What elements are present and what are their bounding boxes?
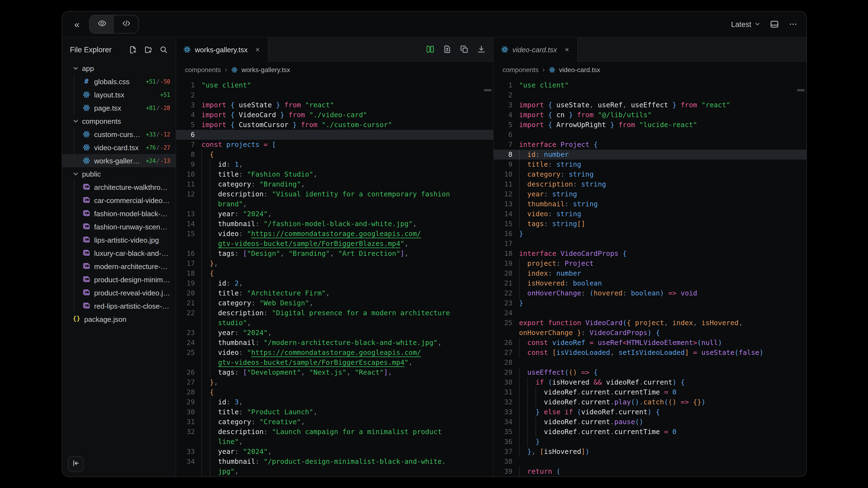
code-row[interactable]: 7interface Project { bbox=[494, 140, 806, 150]
code-row[interactable]: 34thumbnail: "/product-design-minimalist… bbox=[176, 457, 493, 466]
split-diff-icon[interactable] bbox=[426, 45, 434, 53]
code-row[interactable]: 26tags: ["Development", "Next.js", "Reac… bbox=[176, 367, 493, 378]
code-row[interactable]: 14video: string bbox=[494, 209, 806, 219]
code-row[interactable]: 20title: "Architecture Firm", bbox=[176, 288, 493, 298]
sidebar-folder-app[interactable]: app bbox=[62, 62, 176, 75]
file-diff-icon[interactable] bbox=[443, 45, 451, 53]
close-icon[interactable]: ✕ bbox=[564, 45, 570, 54]
code-editor-works-gallery[interactable]: 1"use client"23import { useState } from … bbox=[176, 77, 493, 477]
breadcrumb-file[interactable]: video-card.tsx bbox=[559, 66, 600, 73]
code-row[interactable]: 8{ bbox=[176, 150, 493, 160]
code-row[interactable]: 1"use client" bbox=[176, 80, 493, 90]
code-row[interactable]: 27const [isVideoLoaded, setIsVideoLoaded… bbox=[494, 348, 806, 358]
code-row[interactable]: 22onHoverChange: (hovered: boolean) => v… bbox=[494, 288, 806, 298]
code-row[interactable]: 24thumbnail: "/modern-architecture-black… bbox=[176, 338, 493, 348]
version-dropdown[interactable]: Latest bbox=[731, 20, 760, 28]
code-row[interactable]: 29id: 3, bbox=[176, 397, 493, 407]
collapse-sidebar-button[interactable] bbox=[68, 456, 84, 472]
sidebar-file-red-lips-artistic-close-[interactable]: red-lips-artistic-close-… bbox=[62, 299, 176, 313]
code-row[interactable]: 21category: "Web Design", bbox=[176, 298, 493, 308]
sidebar-file-product-reveal-video.j-[interactable]: product-reveal-video.j… bbox=[62, 286, 176, 299]
code-row[interactable]: 35videoRef.current.currentTime = 0 bbox=[494, 427, 806, 437]
code-row[interactable]: 16tags: ["Design", "Branding", "Art Dire… bbox=[176, 249, 493, 259]
code-row[interactable]: 9title: string bbox=[494, 160, 806, 169]
code-row[interactable]: 37}, [isHovered]) bbox=[494, 447, 806, 457]
sidebar-file-car-commercial-video-[interactable]: car-commercial-video… bbox=[62, 194, 176, 207]
code-row[interactable]: 33} else if (videoRef.current) { bbox=[494, 407, 806, 417]
sidebar-file-modern-architecture-[interactable]: modern-architecture-… bbox=[62, 260, 176, 273]
sidebar-file-lips-artistic-video.jpg[interactable]: lips-artistic-video.jpg bbox=[62, 233, 176, 247]
code-row[interactable]: gtv-videos-bucket/sample/ForBiggerBlazes… bbox=[176, 239, 493, 249]
code-row[interactable]: 5import { CustomCursor } from "./custom-… bbox=[176, 120, 493, 130]
code-row[interactable]: 10title: "Fashion Studio", bbox=[176, 169, 493, 180]
new-file-icon[interactable] bbox=[129, 45, 137, 54]
code-row[interactable]: jpg", bbox=[176, 466, 493, 477]
code-row[interactable]: 4import { VideoCard } from "./video-card… bbox=[176, 110, 493, 120]
panel-bottom-icon[interactable] bbox=[770, 20, 779, 29]
code-row[interactable]: 14thumbnail: "/fashion-model-black-and-w… bbox=[176, 219, 493, 229]
sidebar-file-fashion-model-black-[interactable]: fashion-model-black-… bbox=[62, 207, 176, 220]
code-row[interactable]: 2 bbox=[176, 90, 493, 100]
code-row[interactable]: 31category: "Creative", bbox=[176, 417, 493, 427]
code-row[interactable]: 25video: "https://commondatastorage.goog… bbox=[176, 348, 493, 358]
code-row[interactable]: brand", bbox=[176, 199, 493, 209]
sidebar-file-fashion-runway-scen-[interactable]: fashion-runway-scen… bbox=[62, 220, 176, 233]
ellipsis-menu-icon[interactable] bbox=[789, 20, 798, 29]
code-row[interactable]: 11description: string bbox=[494, 180, 806, 189]
code-row[interactable]: 3import { useState } from "react" bbox=[176, 100, 493, 110]
code-row[interactable]: 1"use client" bbox=[494, 80, 806, 90]
code-row[interactable]: 13year: "2024", bbox=[176, 209, 493, 219]
scrollbar-thumb[interactable] bbox=[484, 89, 492, 91]
code-row[interactable]: 39return ( bbox=[494, 466, 806, 477]
code-row[interactable]: 30if (isHovered && videoRef.current) { bbox=[494, 378, 806, 387]
code-row[interactable]: 2 bbox=[494, 90, 806, 100]
code-row[interactable]: 34videoRef.current.pause() bbox=[494, 417, 806, 427]
collapse-panel-button[interactable]: « bbox=[71, 17, 83, 31]
code-row[interactable]: 38 bbox=[494, 457, 806, 466]
code-row[interactable]: 28{ bbox=[176, 387, 493, 397]
code-row[interactable]: studio", bbox=[176, 318, 493, 328]
code-row[interactable]: 33year: "2024", bbox=[176, 447, 493, 457]
sidebar-file-custom-curs-[interactable]: custom-curs…+33/-12 bbox=[62, 128, 176, 141]
code-row[interactable]: 5import { ArrowUpRight } from "lucide-re… bbox=[494, 120, 806, 130]
code-row[interactable]: 32description: "Launch campaign for a mi… bbox=[176, 427, 493, 437]
code-row[interactable]: 22description: "Digital presence for a m… bbox=[176, 308, 493, 318]
code-row[interactable]: 36} bbox=[494, 437, 806, 447]
code-row[interactable]: 3import { useState, useRef, useEffect } … bbox=[494, 100, 806, 110]
code-row[interactable]: 23year: "2024", bbox=[176, 328, 493, 338]
breadcrumb-folder[interactable]: components bbox=[185, 66, 221, 73]
code-row[interactable]: 19project: Project bbox=[494, 259, 806, 268]
code-row[interactable]: 17}, bbox=[176, 259, 493, 268]
code-row[interactable]: gtv-videos-bucket/sample/ForBiggerEscape… bbox=[176, 358, 493, 367]
scrollbar-thumb[interactable] bbox=[797, 89, 805, 91]
code-row[interactable]: 30title: "Product Launch", bbox=[176, 407, 493, 417]
code-row[interactable]: 18{ bbox=[176, 268, 493, 279]
code-row[interactable]: 27}, bbox=[176, 378, 493, 387]
code-row[interactable]: 26const videoRef = useRef<HTMLVideoEleme… bbox=[494, 338, 806, 348]
code-row[interactable]: 31videoRef.current.currentTime = 0 bbox=[494, 387, 806, 397]
code-row[interactable]: 13thumbnail: string bbox=[494, 199, 806, 209]
code-row[interactable]: line", bbox=[176, 437, 493, 447]
tab-works-gallery[interactable]: works-gallery.tsx ✕ bbox=[176, 37, 268, 62]
code-row[interactable]: 29useEffect(() => { bbox=[494, 367, 806, 378]
sidebar-file-page.tsx[interactable]: page.tsx+81/-28 bbox=[62, 101, 176, 115]
sidebar-file-product-design-minim-[interactable]: product-design-minim… bbox=[62, 273, 176, 286]
sidebar-file-video-card.tsx[interactable]: video-card.tsx+76/-27 bbox=[62, 141, 176, 154]
sidebar-folder-public[interactable]: public bbox=[62, 167, 176, 181]
code-row[interactable]: 9id: 1, bbox=[176, 160, 493, 169]
code-row[interactable]: 16} bbox=[494, 229, 806, 239]
code-row[interactable]: onHoverChange }: VideoCardProps) { bbox=[494, 328, 806, 338]
sidebar-file-globals.css[interactable]: #globals.css+51/-50 bbox=[62, 75, 176, 88]
code-row[interactable]: 4import { cn } from "@/lib/utils" bbox=[494, 110, 806, 120]
close-icon[interactable]: ✕ bbox=[254, 45, 261, 54]
code-row[interactable]: 6 bbox=[494, 130, 806, 140]
code-row[interactable]: 25export function VideoCard({ project, i… bbox=[494, 318, 806, 328]
download-icon[interactable] bbox=[477, 45, 486, 53]
sidebar-file-layout.tsx[interactable]: layout.tsx+51 bbox=[62, 88, 176, 101]
code-toggle-button[interactable] bbox=[114, 15, 138, 33]
code-row[interactable]: 11category: "Branding", bbox=[176, 180, 493, 189]
code-row[interactable]: 28 bbox=[494, 358, 806, 367]
sidebar-file-works-galler-[interactable]: works-galler…+24/-13 bbox=[62, 154, 176, 167]
code-row[interactable]: 19id: 2, bbox=[176, 279, 493, 288]
copy-icon[interactable] bbox=[460, 45, 468, 53]
